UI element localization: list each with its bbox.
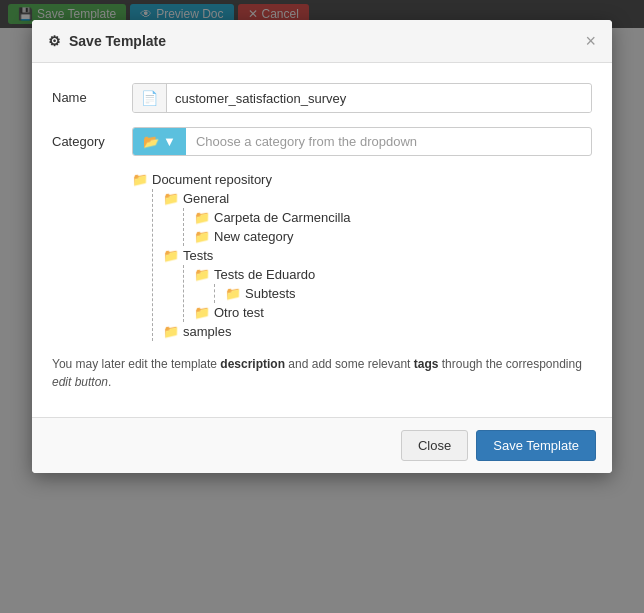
tree-node-tests-eduardo: 📁 Tests de Eduardo bbox=[194, 265, 592, 284]
tree-label-newcategory: New category bbox=[214, 229, 293, 244]
modal-title-text: Save Template bbox=[69, 33, 166, 49]
save-template-button[interactable]: Save Template bbox=[476, 430, 596, 461]
tree-children-tests: 📁 Tests de Eduardo 📁 Subtests 📁 Otro tes… bbox=[183, 265, 592, 322]
folder-icon-tests: 📁 bbox=[163, 248, 179, 263]
file-icon: 📄 bbox=[133, 84, 167, 112]
info-text-part2: and add some relevant bbox=[285, 357, 414, 371]
tree-node-subtests: 📁 Subtests bbox=[225, 284, 592, 303]
modal-footer: Close Save Template bbox=[32, 417, 612, 473]
category-placeholder: Choose a category from the dropdown bbox=[186, 128, 591, 155]
modal-close-button[interactable]: × bbox=[585, 32, 596, 50]
tree-label-carpeta: Carpeta de Carmencilla bbox=[214, 210, 351, 225]
tree-label-general: General bbox=[183, 191, 229, 206]
tree-node-tests: 📁 Tests bbox=[163, 246, 592, 265]
tree-label-tests-eduardo: Tests de Eduardo bbox=[214, 267, 315, 282]
folder-open-icon: 📂 bbox=[143, 134, 159, 149]
tree-node-otro-test: 📁 Otro test bbox=[194, 303, 592, 322]
category-label: Category bbox=[52, 127, 132, 149]
info-text-bold-tags: tags bbox=[414, 357, 439, 371]
folder-icon-root: 📁 bbox=[132, 172, 148, 187]
save-template-modal: ⚙ Save Template × Name 📄 Category 📂 bbox=[32, 20, 612, 473]
folder-tree: 📁 Document repository 📁 General 📁 Carpet… bbox=[132, 170, 592, 341]
info-text-bold-description: description bbox=[220, 357, 285, 371]
tree-label-otro-test: Otro test bbox=[214, 305, 264, 320]
info-text: You may later edit the template descript… bbox=[52, 355, 592, 391]
category-group: 📂 ▼ Choose a category from the dropdown bbox=[132, 127, 592, 156]
tree-label-tests: Tests bbox=[183, 248, 213, 263]
folder-icon-samples: 📁 bbox=[163, 324, 179, 339]
tree-node-root: 📁 Document repository bbox=[132, 170, 592, 189]
name-input[interactable] bbox=[167, 85, 591, 112]
folder-icon-tests-eduardo: 📁 bbox=[194, 267, 210, 282]
name-input-group: 📄 bbox=[132, 83, 592, 113]
info-text-part3: through the corresponding bbox=[438, 357, 581, 371]
tree-node-carpeta: 📁 Carpeta de Carmencilla bbox=[194, 208, 592, 227]
tree-children-root: 📁 General 📁 Carpeta de Carmencilla 📁 New… bbox=[152, 189, 592, 341]
info-text-italic: edit button bbox=[52, 375, 108, 389]
tree-children-general: 📁 Carpeta de Carmencilla 📁 New category bbox=[183, 208, 592, 246]
folder-icon-general: 📁 bbox=[163, 191, 179, 206]
info-text-part1: You may later edit the template bbox=[52, 357, 220, 371]
folder-icon-newcategory: 📁 bbox=[194, 229, 210, 244]
info-text-part4: . bbox=[108, 375, 111, 389]
close-button[interactable]: Close bbox=[401, 430, 468, 461]
chevron-down-icon: ▼ bbox=[163, 134, 176, 149]
modal-body: Name 📄 Category 📂 ▼ Choose a category fr… bbox=[32, 63, 612, 417]
name-label: Name bbox=[52, 83, 132, 105]
tree-node-newcategory: 📁 New category bbox=[194, 227, 592, 246]
tree-node-general: 📁 General bbox=[163, 189, 592, 208]
category-dropdown-button[interactable]: 📂 ▼ bbox=[133, 128, 186, 155]
tree-node-samples: 📁 samples bbox=[163, 322, 592, 341]
folder-icon-otro-test: 📁 bbox=[194, 305, 210, 320]
folder-icon-subtests: 📁 bbox=[225, 286, 241, 301]
tree-children-tests-eduardo: 📁 Subtests bbox=[214, 284, 592, 303]
tree-label-subtests: Subtests bbox=[245, 286, 296, 301]
modal-header: ⚙ Save Template × bbox=[32, 20, 612, 63]
name-row: Name 📄 bbox=[52, 83, 592, 113]
category-row: Category 📂 ▼ Choose a category from the … bbox=[52, 127, 592, 156]
category-input-wrap: 📂 ▼ Choose a category from the dropdown bbox=[132, 127, 592, 156]
name-input-wrap: 📄 bbox=[132, 83, 592, 113]
gear-icon: ⚙ bbox=[48, 33, 61, 49]
folder-icon-carpeta: 📁 bbox=[194, 210, 210, 225]
tree-label-samples: samples bbox=[183, 324, 231, 339]
tree-label-root: Document repository bbox=[152, 172, 272, 187]
modal-title-area: ⚙ Save Template bbox=[48, 33, 166, 49]
